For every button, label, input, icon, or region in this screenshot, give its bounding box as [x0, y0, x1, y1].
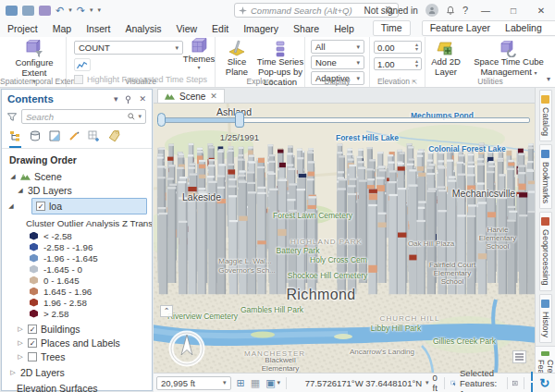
tab-selection[interactable]	[49, 130, 60, 148]
grid-toggle-icon[interactable]: ▦	[251, 378, 260, 388]
add-2d-layer-button[interactable]: Add 2D Layer	[427, 40, 464, 78]
map-canvas[interactable]: AshlandMechumps PondForest Hills LakeCol…	[154, 104, 535, 373]
chevron-down-icon: ▾	[138, 113, 142, 120]
dock-tab-history[interactable]: History	[539, 294, 552, 343]
redo-icon[interactable]: ↷	[77, 6, 85, 16]
tab-drawing-order[interactable]	[9, 130, 21, 148]
pane-menu-icon[interactable]: ▾	[114, 94, 118, 104]
menu-tab-insert[interactable]: Insert	[79, 21, 117, 37]
add-data-icon[interactable]	[39, 6, 51, 16]
close-button[interactable]: ✕	[531, 1, 551, 19]
save-project-icon[interactable]	[22, 6, 34, 16]
elevation-exaggeration-spinner[interactable]: 1.00▴▾	[374, 57, 422, 70]
close-view-icon[interactable]: ✕	[210, 92, 217, 101]
collapsed-icon[interactable]: ▷	[17, 339, 24, 347]
collapsed-icon[interactable]: ▷	[17, 325, 24, 333]
chevron-down-icon[interactable]: ▾	[426, 379, 429, 386]
snapping-toggle-icon[interactable]: ⊞	[237, 378, 245, 388]
stc-management-button[interactable]: Space Time Cube Management ▾	[466, 40, 551, 78]
map-scale-dropdown[interactable]: 20,995 ft▾	[156, 376, 231, 390]
qat-customize-icon[interactable]: ▾	[97, 6, 101, 14]
overlay-expand-icon[interactable]: ⌃	[160, 305, 173, 317]
notifications-icon[interactable]	[446, 6, 455, 16]
time-slider-start-handle[interactable]	[157, 113, 166, 127]
menu-tab-analysis[interactable]: Analysis	[117, 21, 168, 37]
collapse-ribbon-icon[interactable]: ▾	[547, 75, 550, 83]
maximize-button[interactable]: □	[503, 1, 524, 19]
coordinates-readout[interactable]: 77.5726171°W 37.6448101°N	[305, 378, 422, 388]
group-visualize: COUNT▾ Highlight Forecasted Time Steps T…	[67, 37, 216, 87]
trees-checkbox[interactable]	[28, 352, 37, 361]
themes-button[interactable]: Themes ▾	[183, 37, 215, 71]
tree-item-2d-layers[interactable]: ▷ 2D Layers	[2, 365, 152, 379]
tree-item-scene[interactable]: ◢ Scene	[2, 169, 152, 183]
chevron-down-icon[interactable]: ▾	[278, 379, 281, 386]
help-icon[interactable]: ?	[462, 5, 468, 16]
group-label: Visualize	[67, 77, 215, 86]
ribbon: Configure Extent ▾ Spatiotemporal Extent…	[0, 37, 555, 88]
tree-item-3d-layers[interactable]: ◢ 3D Layers	[2, 183, 152, 197]
slice-plane-button[interactable]: Slice Plane	[219, 40, 254, 78]
expanded-icon[interactable]: ◢	[17, 187, 24, 194]
undo-dropdown-icon[interactable]: ▾	[68, 6, 72, 14]
tree-item-trees[interactable]: ▷ Trees	[2, 349, 152, 363]
dock-tab-catalog[interactable]: Catalog	[539, 90, 552, 141]
tab-data[interactable]: Data	[549, 21, 555, 35]
buildings-checkbox[interactable]	[28, 325, 37, 334]
avatar[interactable]	[426, 4, 438, 17]
pause-drawing-icon[interactable]	[530, 372, 535, 392]
sign-in-status[interactable]: Not signed in	[364, 6, 418, 16]
open-project-icon[interactable]	[6, 6, 18, 16]
undo-icon[interactable]: ↶	[56, 6, 64, 16]
contents-search-input[interactable]: Search ▾	[21, 109, 146, 124]
tab-editing[interactable]	[68, 130, 80, 148]
tab-labeling[interactable]: Labeling	[498, 21, 549, 35]
pin-icon[interactable]	[124, 95, 132, 104]
collapsed-icon[interactable]: ▷	[17, 353, 24, 361]
redo-dropdown-icon[interactable]: ▾	[90, 6, 93, 14]
collapsed-icon[interactable]: ▷	[9, 369, 17, 376]
variable-dropdown[interactable]: COUNT▾	[74, 41, 183, 55]
time-slider-current-handle[interactable]	[235, 112, 244, 128]
group-display: All▾ None▾ Adaptive▾ Display	[305, 37, 370, 87]
tree-item-elevation-surfaces[interactable]: Elevation Surfaces	[2, 381, 152, 392]
selection-tool-icon[interactable]: ▣	[265, 378, 275, 388]
tab-snapping[interactable]	[88, 130, 100, 148]
dock-tab-bookmarks[interactable]: Bookmarks	[539, 144, 552, 209]
tree-item-places-labels[interactable]: ▷ Places and Labels	[2, 336, 152, 349]
close-pane-icon[interactable]: ✕	[139, 94, 146, 104]
compass-navigator[interactable]	[166, 328, 207, 369]
selected-features-count[interactable]: Selected Features: 1	[460, 368, 501, 392]
menu-tab-imagery[interactable]: Imagery	[236, 21, 286, 37]
loa-checkbox[interactable]	[36, 202, 45, 211]
tab-data-sources[interactable]	[30, 130, 41, 148]
scene-view-tab[interactable]: Scene ✕	[157, 89, 225, 103]
legend-item: -2.58 - -1.96	[2, 241, 152, 252]
menu-tab-share[interactable]: Share	[286, 21, 327, 37]
menu-tab-map[interactable]: Map	[45, 21, 79, 37]
display-all-dropdown[interactable]: All▾	[311, 40, 364, 54]
places-checkbox[interactable]	[28, 338, 37, 348]
elevation-base-spinner[interactable]: 0.00▴▾	[374, 41, 422, 54]
menu-tab-project[interactable]: Project	[0, 21, 45, 37]
refresh-icon[interactable]: ↻	[539, 376, 549, 390]
time-series-chart-button[interactable]	[74, 58, 91, 71]
minimize-button[interactable]: —	[475, 1, 496, 19]
display-none-dropdown[interactable]: None▾	[311, 55, 364, 69]
tab-labeling[interactable]	[108, 130, 120, 148]
dialog-launcher-icon[interactable]: ⇱	[412, 79, 417, 85]
attribution-icon[interactable]	[512, 350, 526, 363]
menu-tab-view[interactable]: View	[169, 21, 205, 37]
select-extent-icon[interactable]	[512, 378, 518, 388]
dock-tab-geoprocessing[interactable]: Geoprocessing	[539, 212, 552, 291]
legend-symbol-icon	[30, 310, 38, 318]
expanded-icon[interactable]: ◢	[9, 173, 17, 180]
tree-item-buildings[interactable]: ▷ Buildings	[2, 322, 152, 336]
menu-tab-edit[interactable]: Edit	[204, 21, 236, 37]
menu-tab-help[interactable]: Help	[327, 21, 362, 37]
tab-feature-layer[interactable]: Feature Layer	[423, 21, 498, 35]
tree-item-loa[interactable]: ◢ loa	[2, 197, 152, 215]
filter-icon[interactable]	[7, 113, 17, 121]
expanded-icon[interactable]: ◢	[7, 202, 15, 210]
tab-time[interactable]: Time	[373, 20, 411, 36]
